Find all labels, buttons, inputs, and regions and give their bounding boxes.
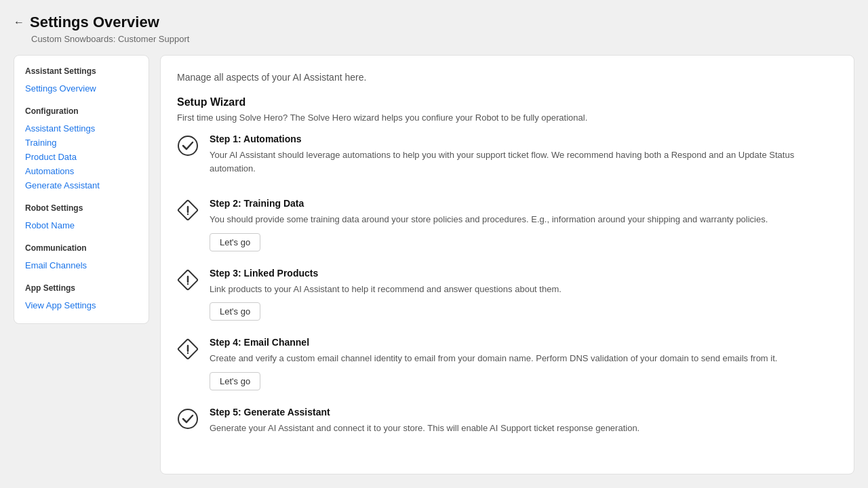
step4-lets-go-button[interactable]: Let's go: [210, 372, 260, 390]
main-content: Manage all aspects of your AI Assistant …: [160, 55, 854, 474]
sidebar-item-settings-overview[interactable]: Settings Overview: [25, 81, 138, 96]
svg-point-9: [187, 352, 189, 354]
step-item-step3: Step 3: Linked ProductsLink products to …: [177, 268, 837, 321]
setup-wizard-title: Setup Wizard: [177, 96, 837, 108]
step4-title: Step 4: Email Channel: [210, 337, 837, 348]
sidebar-item-email-channels[interactable]: Email Channels: [25, 258, 138, 272]
step3-icon: [177, 269, 199, 291]
step-item-step2: Step 2: Training DataYou should provide …: [177, 198, 837, 251]
step4-desc: Create and verify a custom email channel…: [210, 352, 837, 365]
step-item-step4: Step 4: Email ChannelCreate and verify a…: [177, 337, 837, 390]
step2-icon: [177, 199, 199, 221]
step4-icon: [177, 338, 199, 360]
step5-desc: Generate your AI Assistant and connect i…: [210, 422, 837, 435]
step2-desc: You should provide some training data ar…: [210, 213, 837, 226]
step-item-step1: Step 1: AutomationsYour AI Assistant sho…: [177, 134, 837, 182]
sidebar: Assistant SettingsSettings OverviewConfi…: [14, 55, 149, 324]
sidebar-item-assistant-settings[interactable]: Assistant Settings: [25, 121, 138, 136]
sidebar-section-assistant-settings: Assistant Settings: [25, 66, 138, 76]
sidebar-section-communication: Communication: [25, 243, 138, 253]
step3-desc: Link products to your AI Assistant to he…: [210, 283, 837, 296]
step2-lets-go-button[interactable]: Let's go: [210, 233, 260, 251]
svg-point-0: [178, 136, 197, 155]
step3-content: Step 3: Linked ProductsLink products to …: [210, 268, 837, 321]
setup-wizard-desc: First time using Solve Hero? The Solve H…: [177, 113, 837, 123]
sidebar-item-automations[interactable]: Automations: [25, 164, 138, 178]
page-subtitle: Custom Snowboards: Customer Support: [31, 34, 854, 44]
intro-text: Manage all aspects of your AI Assistant …: [177, 72, 837, 83]
step5-content: Step 5: Generate AssistantGenerate your …: [210, 407, 837, 442]
step2-title: Step 2: Training Data: [210, 198, 837, 209]
step5-title: Step 5: Generate Assistant: [210, 407, 837, 418]
page-title: Settings Overview: [30, 14, 159, 31]
sidebar-item-product-data[interactable]: Product Data: [25, 150, 138, 164]
step3-title: Step 3: Linked Products: [210, 268, 837, 279]
step1-content: Step 1: AutomationsYour AI Assistant sho…: [210, 134, 837, 182]
step1-title: Step 1: Automations: [210, 134, 837, 144]
steps-container: Step 1: AutomationsYour AI Assistant sho…: [177, 134, 837, 441]
sidebar-item-view-app-settings[interactable]: View App Settings: [25, 298, 138, 312]
page-header: ← Settings Overview Custom Snowboards: C…: [14, 14, 854, 44]
sidebar-item-robot-name[interactable]: Robot Name: [25, 218, 138, 232]
svg-point-3: [187, 214, 189, 215]
step-item-step5: Step 5: Generate AssistantGenerate your …: [177, 407, 837, 442]
step5-icon: [177, 408, 199, 430]
step2-content: Step 2: Training DataYou should provide …: [210, 198, 837, 251]
sidebar-section-configuration: Configuration: [25, 106, 138, 116]
step4-content: Step 4: Email ChannelCreate and verify a…: [210, 337, 837, 390]
back-button[interactable]: ←: [14, 16, 24, 28]
sidebar-item-training[interactable]: Training: [25, 136, 138, 150]
sidebar-item-generate-assistant[interactable]: Generate Assistant: [25, 178, 138, 192]
sidebar-section-app-settings: App Settings: [25, 283, 138, 293]
svg-point-10: [178, 409, 197, 428]
step1-icon: [177, 135, 199, 157]
sidebar-section-robot-settings: Robot Settings: [25, 203, 138, 213]
svg-point-6: [187, 283, 189, 284]
step3-lets-go-button[interactable]: Let's go: [210, 302, 260, 321]
step1-desc: Your AI Assistant should leverage automa…: [210, 148, 837, 175]
